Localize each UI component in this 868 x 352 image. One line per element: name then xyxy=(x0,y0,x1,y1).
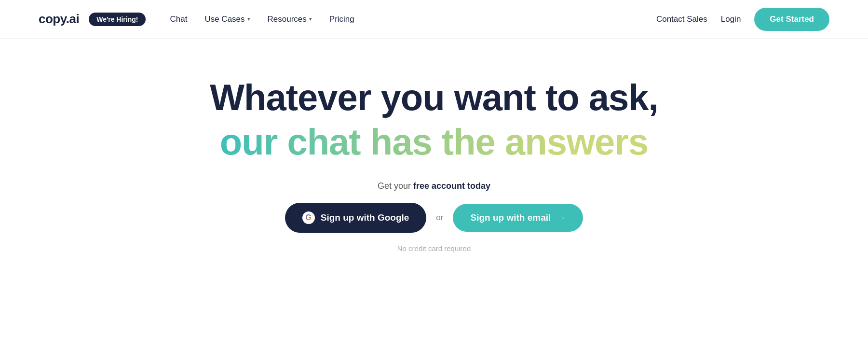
arrow-right-icon: → xyxy=(556,212,566,223)
chevron-down-icon: ▾ xyxy=(247,16,250,22)
nav-link-pricing[interactable]: Pricing xyxy=(329,14,354,24)
nav-left: copy.ai We're Hiring! Chat Use Cases ▾ R… xyxy=(39,12,354,27)
hiring-badge[interactable]: We're Hiring! xyxy=(89,13,146,26)
nav-link-chat[interactable]: Chat xyxy=(170,14,187,24)
hero-heading-line2: our chat has the answers xyxy=(220,122,648,162)
login-link[interactable]: Login xyxy=(721,14,741,24)
free-account-text: Get your free account today xyxy=(378,181,490,191)
nav-links: Chat Use Cases ▾ Resources ▾ Pricing xyxy=(170,14,354,24)
logo[interactable]: copy.ai xyxy=(39,12,79,27)
google-icon: G xyxy=(302,211,315,224)
sign-up-email-button[interactable]: Sign up with email → xyxy=(453,204,583,232)
chevron-down-icon: ▾ xyxy=(309,16,312,22)
get-started-button[interactable]: Get Started xyxy=(754,8,829,31)
navbar: copy.ai We're Hiring! Chat Use Cases ▾ R… xyxy=(0,0,868,39)
free-account-bold: free account today xyxy=(413,181,490,191)
hero-section: Whatever you want to ask, our chat has t… xyxy=(0,39,868,282)
cta-row: G Sign up with Google or Sign up with em… xyxy=(285,203,583,233)
sign-up-google-button[interactable]: G Sign up with Google xyxy=(285,203,427,233)
nav-link-resources[interactable]: Resources ▾ xyxy=(268,14,312,24)
no-credit-card-text: No credit card required xyxy=(397,244,471,253)
hero-heading-line1: Whatever you want to ask, xyxy=(210,77,658,118)
nav-link-use-cases[interactable]: Use Cases ▾ xyxy=(204,14,250,24)
hero-gradient-text: our chat has the answers xyxy=(220,121,648,162)
or-divider: or xyxy=(436,213,443,223)
contact-sales-link[interactable]: Contact Sales xyxy=(656,14,707,24)
nav-right: Contact Sales Login Get Started xyxy=(656,8,829,31)
